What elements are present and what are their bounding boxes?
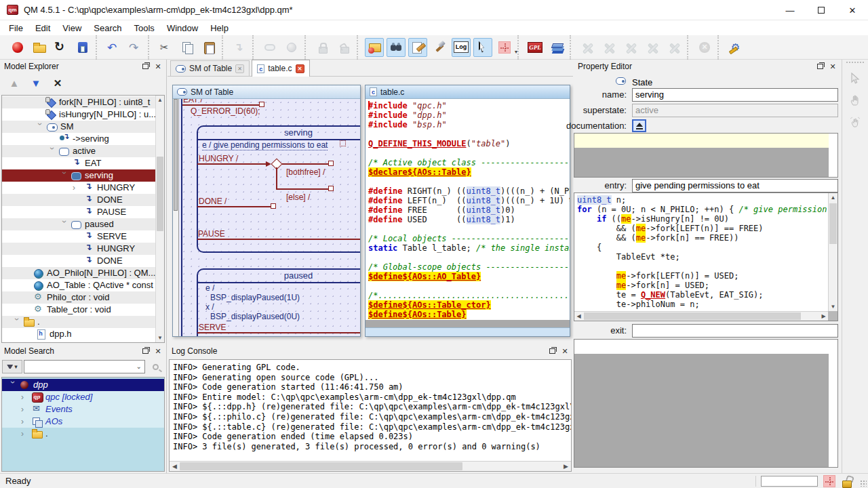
pan-tool-button[interactable] xyxy=(846,92,864,109)
scroll-down-icon[interactable]: ▼ xyxy=(156,333,164,342)
paused-exit-action[interactable]: BSP_displayPaused(0U) xyxy=(210,312,300,321)
grid-toggle-icon[interactable] xyxy=(823,475,835,487)
serving-state-title[interactable]: serving xyxy=(198,127,360,138)
scroll-down-icon[interactable]: ▼ xyxy=(829,302,837,311)
close-panel-icon[interactable]: ✕ xyxy=(559,346,570,356)
state-diagram-canvas[interactable]: EAT / Q_ERROR_ID(60); serving e / give p… xyxy=(173,99,360,336)
name-field[interactable]: serving xyxy=(632,88,838,102)
tree-item-hungry[interactable]: HUNGRY xyxy=(2,243,155,255)
scroll-right-icon[interactable]: ▶ xyxy=(819,312,828,321)
search-item-aos[interactable]: ›AOs xyxy=(2,415,164,428)
code-window-titlebar[interactable]: table.c xyxy=(366,85,570,99)
exit-code-editor[interactable] xyxy=(574,339,838,468)
search-button[interactable] xyxy=(146,360,164,373)
tree-item-pause[interactable]: PAUSE xyxy=(2,206,155,218)
bothfree-guard-label[interactable]: [bothfree] / xyxy=(286,167,325,177)
menu-search[interactable]: Search xyxy=(87,22,127,35)
tab-sm-of-table[interactable]: SM of Table✕ xyxy=(170,60,250,76)
menu-help[interactable]: Help xyxy=(204,22,235,35)
expander-icon[interactable]: › xyxy=(35,123,45,131)
search-item-events[interactable]: ›Events xyxy=(2,403,164,415)
search-input[interactable] xyxy=(24,360,145,373)
expander-icon[interactable]: › xyxy=(21,428,29,439)
close-button[interactable]: ✕ xyxy=(837,0,868,20)
search-item--[interactable]: ›. xyxy=(2,428,164,440)
float-panel-icon[interactable] xyxy=(140,346,151,356)
resize-grip[interactable] xyxy=(860,480,867,487)
expander-icon[interactable]: › xyxy=(21,404,29,415)
maximize-button[interactable] xyxy=(806,0,837,20)
open-model-button[interactable] xyxy=(30,38,49,57)
move-down-button[interactable]: ▼ xyxy=(28,76,43,91)
tree-item-serve[interactable]: SERVE xyxy=(2,230,155,243)
log-hscrollbar[interactable]: ◀ ▶ xyxy=(170,461,571,471)
close-panel-icon[interactable]: ✕ xyxy=(827,62,838,71)
expander-icon[interactable]: › xyxy=(47,147,58,155)
serving-entry-action[interactable]: e / give pending permissions to eat xyxy=(202,140,328,150)
eat-transition-label[interactable]: EAT / xyxy=(183,99,203,104)
close-panel-icon[interactable]: ✕ xyxy=(153,62,163,71)
close-panel-icon[interactable]: ✕ xyxy=(153,346,163,356)
paused-entry-label[interactable]: e / xyxy=(205,283,214,293)
scroll-left-icon[interactable]: ◀ xyxy=(170,462,180,472)
tree-item-eat[interactable]: EAT xyxy=(2,157,155,169)
zoom-input[interactable] xyxy=(761,476,818,487)
tree-item-table-ctor-void[interactable]: Table_ctor : void xyxy=(2,304,155,316)
tab-close-icon[interactable]: ✕ xyxy=(296,64,304,73)
scroll-up-icon[interactable]: ▲ xyxy=(156,96,164,104)
model-search-toggle-button[interactable] xyxy=(387,38,406,57)
diagram-vscrollbar[interactable] xyxy=(173,99,179,336)
menu-edit[interactable]: Edit xyxy=(29,22,56,35)
done-connector[interactable] xyxy=(271,203,276,209)
log-output[interactable]: INFO> Generating GPL code.INFO> Generati… xyxy=(169,359,572,472)
external-tools-button[interactable] xyxy=(726,38,745,57)
code-editor-window[interactable]: table.c #include "qpc.h"#include "dpp.h"… xyxy=(365,85,570,337)
paused-state-title[interactable]: paused xyxy=(198,270,360,281)
expander-icon[interactable]: › xyxy=(73,182,81,193)
edit-tools-button[interactable] xyxy=(430,38,449,57)
else-connector[interactable] xyxy=(328,186,334,191)
menu-file[interactable]: File xyxy=(3,22,29,35)
minimize-button[interactable]: — xyxy=(774,0,806,20)
scroll-left-icon[interactable]: ◀ xyxy=(574,312,583,321)
copy-button[interactable] xyxy=(178,38,197,57)
expander-icon[interactable]: › xyxy=(21,392,29,403)
paused-exit-label[interactable]: x / xyxy=(205,302,214,312)
else-branch-line[interactable] xyxy=(276,188,328,190)
paste-button[interactable] xyxy=(199,38,218,57)
tree-item--serving[interactable]: ->serving xyxy=(2,133,155,145)
tree-item-ao-table-qactive-const[interactable]: AO_Table : QActive * const xyxy=(2,279,155,291)
entry-field[interactable]: give pending permissions to eat xyxy=(632,179,838,192)
done-transition-line[interactable] xyxy=(197,206,271,207)
select-tool-button[interactable] xyxy=(846,70,864,87)
documentation-expand-button[interactable] xyxy=(632,119,646,132)
entry-vscrollbar[interactable]: ▲ ▼ xyxy=(828,193,837,311)
tree-item-active[interactable]: ›active xyxy=(2,145,155,157)
tree-item-dpp-h[interactable]: dpp.h xyxy=(2,328,155,340)
log-console-toggle-button[interactable]: Log xyxy=(452,38,471,57)
tree-item-philo-ctor-void[interactable]: Philo_ctor : void xyxy=(2,291,155,304)
menu-view[interactable]: View xyxy=(56,22,87,35)
tree-item-done[interactable]: DONE xyxy=(2,255,155,267)
eat-action-label[interactable]: Q_ERROR_ID(60); xyxy=(191,106,260,116)
tree-item-serving[interactable]: ›serving xyxy=(2,169,155,182)
entry-handle[interactable] xyxy=(340,140,346,146)
float-panel-icon[interactable] xyxy=(547,346,557,356)
hungry-transition-line[interactable] xyxy=(197,163,267,165)
tree-item-sm[interactable]: ›SM xyxy=(2,121,155,133)
search-item-qpc-locked-[interactable]: ›qpc [locked] xyxy=(2,391,164,403)
tab-table-c[interactable]: table.c✕ xyxy=(252,60,309,77)
else-guard-label[interactable]: [else] / xyxy=(286,192,310,202)
undo-button[interactable] xyxy=(104,38,123,57)
bothfree-branch-line[interactable] xyxy=(282,163,328,165)
tab-close-icon[interactable]: ✕ xyxy=(235,64,244,73)
tree-item-hungry[interactable]: ›HUNGRY xyxy=(2,182,155,194)
expander-icon[interactable]: › xyxy=(12,318,22,326)
sm-diagram-window[interactable]: SM of Table EAT / Q_ERROR_ID(60); servin… xyxy=(172,85,361,337)
delete-button[interactable]: ✕ xyxy=(50,76,65,91)
scroll-up-icon[interactable]: ▲ xyxy=(829,193,837,202)
exit-field[interactable] xyxy=(632,324,838,338)
move-up-button[interactable]: ▲ xyxy=(7,76,22,91)
serve-transition-line[interactable] xyxy=(197,332,360,333)
tree-item-done[interactable]: DONE xyxy=(2,194,155,206)
